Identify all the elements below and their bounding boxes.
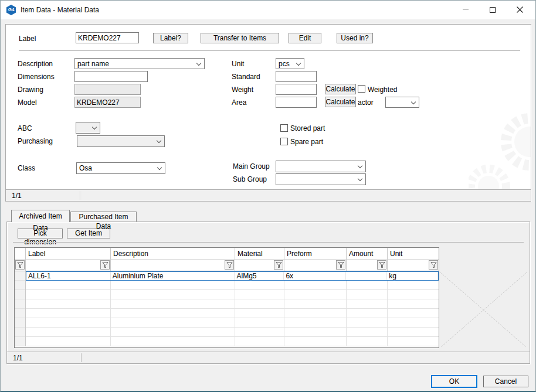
description-value: part name xyxy=(77,60,109,68)
grid-empty-rows[interactable] xyxy=(26,281,439,346)
funnel-icon xyxy=(102,262,108,268)
spare-part-checkbox[interactable] xyxy=(280,138,288,145)
spare-part-label: Spare part xyxy=(290,138,323,146)
description-label: Description xyxy=(18,60,53,68)
cancel-button[interactable]: Cancel xyxy=(483,376,528,387)
status-divider xyxy=(80,191,81,200)
cell-label[interactable]: ALL6-1 xyxy=(26,272,111,280)
lower-record-counter: 1/1 xyxy=(13,354,23,362)
item-data-panel: Label Label? Transfer to Items Edit Used… xyxy=(5,24,531,202)
app-icon: G4 xyxy=(6,5,16,15)
lower-status-bar: 1/1 xyxy=(7,352,530,363)
ok-button[interactable]: OK xyxy=(431,375,477,388)
funnel-icon xyxy=(276,262,282,268)
chevron-down-icon xyxy=(296,61,301,66)
chevron-down-icon xyxy=(411,100,416,104)
class-value: Osa xyxy=(79,164,92,172)
chevron-down-icon xyxy=(157,165,162,170)
purchasing-label: Purchasing xyxy=(18,137,53,145)
stored-part-checkbox[interactable] xyxy=(280,124,288,132)
column-header-description[interactable]: Description xyxy=(111,248,235,260)
area-input[interactable] xyxy=(276,97,317,108)
column-header-unit[interactable]: Unit xyxy=(388,248,439,260)
gear-watermark xyxy=(469,100,531,202)
tab-archived-item-data[interactable]: Archived Item Data xyxy=(11,210,70,222)
upper-record-counter: 1/1 xyxy=(12,192,22,200)
funnel-icon xyxy=(338,262,344,268)
calculate-weight-button[interactable]: Calculate xyxy=(325,84,356,94)
filter-button[interactable] xyxy=(429,260,438,270)
main-group-select[interactable] xyxy=(276,161,366,172)
separator xyxy=(19,50,520,52)
factor-select[interactable] xyxy=(385,97,419,108)
minimize-icon xyxy=(463,9,469,10)
weighted-checkbox[interactable] xyxy=(358,85,365,93)
abc-select xyxy=(76,122,100,134)
label-help-button[interactable]: Label? xyxy=(153,33,188,43)
chevron-down-icon xyxy=(358,163,362,168)
filter-button[interactable] xyxy=(15,260,25,270)
weight-label: Weight xyxy=(232,86,253,94)
class-select[interactable]: Osa xyxy=(76,162,165,174)
filter-button[interactable] xyxy=(100,260,110,270)
archived-item-data-panel: Pick dimension Get Item Label Descriptio… xyxy=(6,221,530,364)
filter-button[interactable] xyxy=(274,260,283,270)
model-label: Model xyxy=(18,98,37,107)
label-input[interactable] xyxy=(76,32,139,43)
grid-filter-row xyxy=(15,260,439,271)
close-button[interactable] xyxy=(506,1,533,19)
cell-unit[interactable]: kg xyxy=(387,272,438,280)
drawing-input xyxy=(74,84,141,95)
close-icon xyxy=(517,6,523,13)
description-select[interactable]: part name xyxy=(74,58,205,69)
row-selector-column[interactable] xyxy=(15,271,26,346)
column-header-material[interactable]: Material xyxy=(235,248,284,260)
filter-button[interactable] xyxy=(225,260,234,270)
cell-material[interactable]: AlMg5 xyxy=(235,272,284,280)
dimensions-input[interactable] xyxy=(74,71,148,82)
weighted-label: Weighted xyxy=(368,86,397,94)
model-input xyxy=(74,97,141,108)
filter-button[interactable] xyxy=(336,260,345,270)
edit-button[interactable]: Edit xyxy=(289,33,321,43)
standard-input[interactable] xyxy=(276,71,317,82)
chevron-down-icon xyxy=(157,138,161,143)
stored-part-label: Stored part xyxy=(290,124,325,132)
image-placeholder xyxy=(440,271,527,349)
cell-description[interactable]: Aluminium Plate xyxy=(111,272,235,280)
calculate-area-button[interactable]: Calculate xyxy=(325,97,356,107)
item-data-dialog: G4 Item Data - Material Data Label Label… xyxy=(0,0,536,392)
tab-purchased-item-data[interactable]: Purchased Item Data xyxy=(70,212,137,221)
sub-group-select[interactable] xyxy=(276,173,366,185)
abc-label: ABC xyxy=(18,124,32,132)
column-header-label[interactable]: Label xyxy=(26,248,111,260)
label-field-label: Label xyxy=(19,35,36,43)
dimensions-label: Dimensions xyxy=(18,73,55,81)
unit-label: Unit xyxy=(232,60,244,68)
funnel-icon xyxy=(226,262,233,268)
maximize-button[interactable] xyxy=(479,1,506,19)
weight-input[interactable] xyxy=(276,84,317,95)
funnel-icon xyxy=(430,262,437,268)
row-selector-header xyxy=(15,248,26,260)
funnel-icon xyxy=(17,262,23,268)
used-in-button[interactable]: Used in? xyxy=(337,33,373,43)
funnel-icon xyxy=(379,262,385,268)
chevron-down-icon xyxy=(92,125,97,129)
filter-button[interactable] xyxy=(377,260,386,270)
cell-amount[interactable] xyxy=(346,272,387,280)
window-title: Item Data - Material Data xyxy=(21,6,99,14)
titlebar[interactable]: G4 Item Data - Material Data xyxy=(1,1,535,19)
column-header-preform[interactable]: Preform xyxy=(284,248,347,260)
unit-select[interactable]: pcs xyxy=(276,58,304,69)
column-header-amount[interactable]: Amount xyxy=(347,248,388,260)
grid-row-selected[interactable]: ALL6-1 Aluminium Plate AlMg5 6x kg xyxy=(26,271,439,281)
maximize-icon xyxy=(490,7,496,13)
items-grid: Label Description Material Preform Amoun… xyxy=(14,247,439,348)
main-group-label: Main Group xyxy=(233,162,270,171)
sub-group-label: Sub Group xyxy=(233,175,267,183)
grid-body: ALL6-1 Aluminium Plate AlMg5 6x kg xyxy=(15,271,439,347)
transfer-to-items-button[interactable]: Transfer to Items xyxy=(201,33,279,43)
cell-preform[interactable]: 6x xyxy=(284,272,346,280)
minimize-button[interactable] xyxy=(452,1,479,19)
